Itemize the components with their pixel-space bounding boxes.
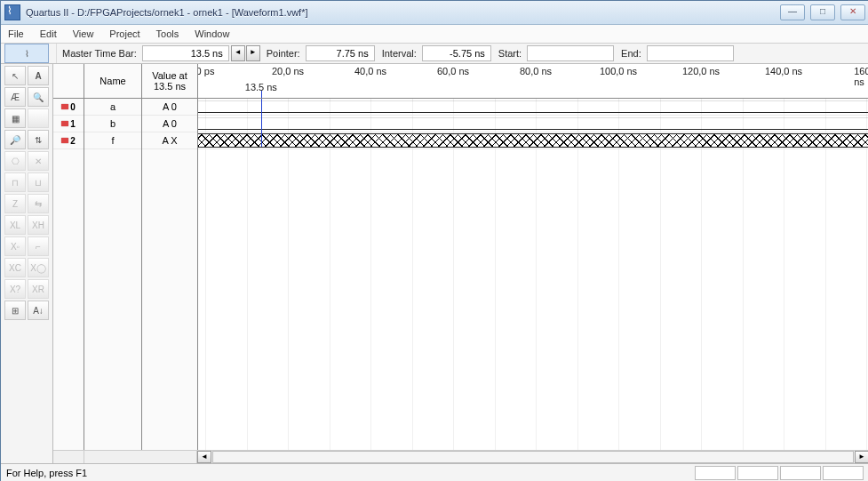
signal-value[interactable]: A 0 <box>142 99 197 116</box>
xb-tool[interactable]: X◦ <box>4 236 26 256</box>
hscroll-track[interactable] <box>212 451 854 463</box>
time-tick: 140,0 ns <box>765 66 802 76</box>
waveform-row[interactable] <box>198 116 868 132</box>
signal-value[interactable]: A 0 <box>142 116 197 132</box>
tool-6[interactable] <box>28 108 49 128</box>
start-label: Start: <box>493 48 527 59</box>
end-value[interactable] <box>647 45 734 61</box>
menu-project[interactable]: Project <box>109 28 139 39</box>
full-screen-tool[interactable]: ▦ <box>4 108 26 128</box>
scroll-area: ◄ ► <box>53 450 868 463</box>
find-tool[interactable]: 🔎 <box>4 130 26 149</box>
hscroll-right[interactable]: ► <box>855 451 868 463</box>
inv-tool[interactable]: ⌐ <box>28 236 49 256</box>
menu-view[interactable]: View <box>73 28 94 39</box>
interval-label: Interval: <box>377 48 422 59</box>
menu-tools[interactable]: Tools <box>156 28 179 39</box>
xc-tool[interactable]: XC <box>4 258 26 277</box>
hscroll-left[interactable]: ◄ <box>197 451 211 463</box>
tool-14[interactable]: ⇆ <box>28 194 49 213</box>
menu-file[interactable]: File <box>8 28 24 39</box>
waveform-mode-button[interactable]: ⌇ <box>4 44 49 63</box>
xh-tool[interactable]: XH <box>28 215 49 235</box>
title-bar[interactable]: Quartus II - D:/FPGAProjects/ornek1 - or… <box>1 1 868 25</box>
time-tick: 80,0 ns <box>520 66 552 76</box>
status-pane-4 <box>823 466 864 480</box>
time-toolbar: ⌇ Master Time Bar: 13.5 ns ◄ ► Pointer: … <box>1 44 868 64</box>
sort-tool[interactable]: ⇅ <box>28 130 49 149</box>
force-z-tool[interactable]: ⊔ <box>28 172 49 192</box>
force-high-tool[interactable]: ⊓ <box>4 172 26 192</box>
wave-tool[interactable]: Æ <box>4 87 26 107</box>
signal-list: 012 abf A 0A 0A X <box>53 99 198 450</box>
maximize-button[interactable]: □ <box>810 4 835 20</box>
waveform-row[interactable] <box>198 99 868 116</box>
status-bar: For Help, press F1 <box>1 463 868 481</box>
status-text: For Help, press F1 <box>6 468 87 478</box>
menu-bar: File Edit View Project Tools Window <box>1 25 868 44</box>
status-pane-3 <box>780 466 821 480</box>
signal-pin[interactable]: 2 <box>53 132 84 149</box>
signal-name[interactable]: a <box>84 99 141 116</box>
signal-pin[interactable]: 0 <box>53 99 84 116</box>
time-tick: 60,0 ns <box>437 66 469 76</box>
status-pane-2 <box>737 466 778 480</box>
minimize-button[interactable]: — <box>780 4 805 20</box>
sort-az-tool[interactable]: A↓ <box>28 301 49 320</box>
tool-palette: ↖A Æ🔍 ▦ 🔎⇅ ⎔✕ ⊓⊔ Z⇆ XLXH X◦⌐ XCX◯ X?XR ⊞… <box>1 64 53 463</box>
time-tick: 160,0 ns <box>854 66 868 87</box>
master-timebar-value[interactable]: 13.5 ns <box>142 45 229 61</box>
end-label: End: <box>616 48 647 59</box>
force-low-tool[interactable]: ⎔ <box>4 151 26 171</box>
time-tick: 0 ps <box>198 66 214 76</box>
xr-tool[interactable]: XR <box>28 279 49 299</box>
xo-tool[interactable]: X◯ <box>28 258 49 277</box>
waveform-area[interactable] <box>198 99 868 450</box>
time-ruler[interactable]: 0 ps20,0 ns40,0 ns60,0 ns80,0 ns100,0 ns… <box>198 64 868 98</box>
app-icon <box>4 4 20 20</box>
master-timebar-label: Master Time Bar: <box>57 48 142 59</box>
time-tick: 20,0 ns <box>272 66 304 76</box>
pin-header[interactable] <box>53 64 84 98</box>
pointer-label: Pointer: <box>261 48 306 59</box>
window-title: Quartus II - D:/FPGAProjects/ornek1 - or… <box>26 7 780 18</box>
signal-pin[interactable]: 1 <box>53 116 84 132</box>
pointer-value: 7.75 ns <box>306 45 375 61</box>
group-tool[interactable]: ⊞ <box>4 301 26 320</box>
xl-tool[interactable]: XL <box>4 215 26 235</box>
close-button[interactable]: ✕ <box>840 4 865 20</box>
invert-tool[interactable]: Z <box>4 194 26 213</box>
time-tick: 100,0 ns <box>600 66 637 76</box>
timebar-prev-button[interactable]: ◄ <box>231 45 245 61</box>
value-header[interactable]: Value at 13.5 ns <box>142 64 198 98</box>
zoom-tool[interactable]: 🔍 <box>28 87 49 107</box>
time-tick: 120,0 ns <box>682 66 720 76</box>
time-tick: 40,0 ns <box>354 66 386 76</box>
menu-edit[interactable]: Edit <box>40 28 57 39</box>
interval-value: -5.75 ns <box>422 45 491 61</box>
xq-tool[interactable]: X? <box>4 279 26 299</box>
pointer-tool[interactable]: ↖ <box>4 66 26 85</box>
text-tool[interactable]: A <box>28 66 49 85</box>
start-value[interactable] <box>527 45 614 61</box>
signal-value[interactable]: A X <box>142 132 197 149</box>
menu-window[interactable]: Window <box>195 28 229 39</box>
time-cursor[interactable] <box>261 99 262 147</box>
signal-name[interactable]: f <box>84 132 141 149</box>
app-window: Quartus II - D:/FPGAProjects/ornek1 - or… <box>0 0 868 481</box>
signal-name[interactable]: b <box>84 116 141 132</box>
status-pane-1 <box>695 466 736 480</box>
waveform-row[interactable] <box>198 132 868 149</box>
force-unknown-tool[interactable]: ✕ <box>28 151 49 171</box>
timebar-next-button[interactable]: ► <box>246 45 260 61</box>
name-header[interactable]: Name <box>84 64 142 98</box>
signal-headers: Name Value at 13.5 ns 0 ps20,0 ns40,0 ns… <box>53 64 868 99</box>
